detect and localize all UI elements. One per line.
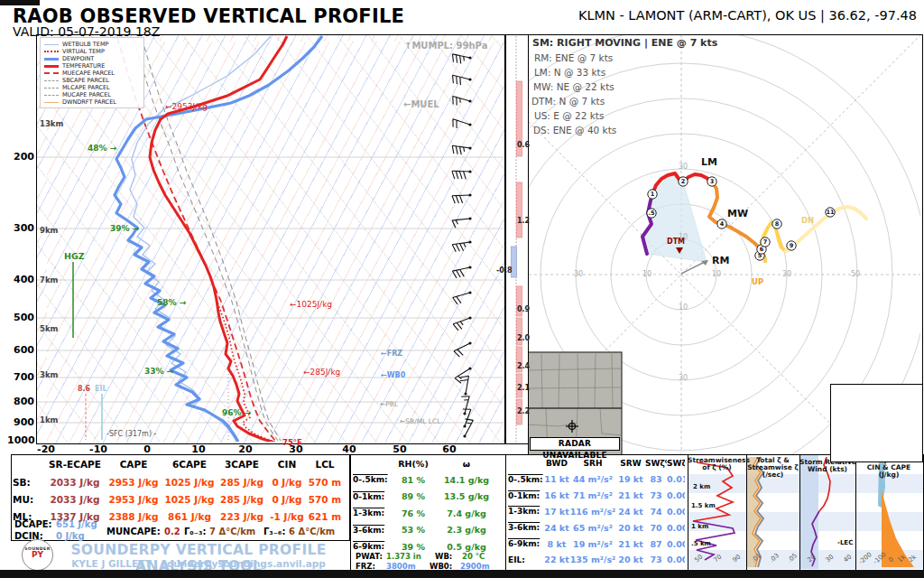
- table-row: 0-1km:89 %13.5 g/kg: [353, 489, 501, 506]
- legend-item: TEMPERATURE: [44, 62, 140, 70]
- table-row: 6-9km:8 kt19 m²/s²21 kt870.004: [508, 536, 685, 552]
- table-row: 0-1km:16 kt71 m²/s²21 kt730.008: [508, 488, 685, 504]
- table-row: 0-.5km:81 %14.1 g/kg: [353, 471, 501, 489]
- station-header: KLMN - LAMONT (ARM-CART), OK US | 36.62,…: [505, 8, 917, 23]
- table-cell: 1025 J/kg: [162, 473, 217, 490]
- table-row: 0-.5km:11 kt44 m²/s²19 kt830.011: [508, 471, 685, 488]
- table-cell: 285 J/kg: [217, 490, 267, 508]
- svg-text:11: 11: [826, 209, 835, 216]
- column-header: SWζ%: [645, 455, 667, 471]
- table-cell: 22 kt: [544, 552, 569, 568]
- svg-text:6: 6: [760, 246, 764, 253]
- rm-vector: [681, 261, 707, 274]
- streamwiseness-upper-line: [693, 462, 733, 521]
- legend-item: DWNDRFT PARCEL: [44, 98, 140, 106]
- svg-text:7: 7: [763, 238, 768, 246]
- table-cell: 0.004: [667, 504, 685, 520]
- column-header: RH(%): [394, 455, 432, 471]
- legend-label: MUECAPE PARCEL: [62, 70, 115, 77]
- legend-label: WETBULB TEMP: [62, 41, 108, 48]
- legend-label: SBCAPE PARCEL: [62, 77, 109, 84]
- sbcape-parcel-line: [134, 38, 278, 441]
- svg-text:.5: .5: [649, 210, 655, 217]
- app-window: RAOB OBSERVED VERTICAL PROFILE VALID: 05…: [0, 0, 924, 578]
- legend-item: DEWPOINT: [44, 55, 140, 62]
- table-cell: 285 J/kg: [217, 473, 267, 490]
- legend-swatch: [44, 80, 59, 81]
- table-cell: 8 kt: [544, 536, 569, 552]
- table-cell: 2.3 g/kg: [432, 522, 501, 539]
- sounderpy-logo: SOUNDER PY: [22, 539, 53, 571]
- streamwiseness-lower-line: [693, 521, 735, 560]
- table-row: SB:2033 J/kg2953 J/kg1025 J/kg285 J/kg0 …: [13, 473, 343, 490]
- table-cell: MU:: [13, 490, 45, 508]
- table-cell: 13.5 g/kg: [432, 489, 501, 506]
- table-cell: 0 J/kg: [267, 490, 307, 508]
- moisture-table: RH(%)ω0-.5km:81 %14.1 g/kg0-1km:89 %13.5…: [353, 455, 501, 555]
- dewpoint-line: [115, 36, 322, 442]
- legend-item: VIRTUAL TEMP: [44, 48, 140, 55]
- svg-text:4: 4: [720, 220, 725, 228]
- svg-text:3: 3: [710, 178, 715, 185]
- table-cell: 19 kt: [616, 471, 645, 488]
- cape-table: SR-ECAPECAPE6CAPE3CAPECINLCLSB:2033 J/kg…: [13, 455, 343, 525]
- table-cell: 11 kt: [544, 471, 569, 488]
- table-cell: 0-1km:: [508, 488, 544, 504]
- column-header: SWζ: [667, 455, 685, 471]
- table-cell: 2953 J/kg: [105, 473, 162, 490]
- legend-swatch: [44, 44, 59, 45]
- column-header: SRW: [616, 455, 645, 471]
- table-cell: 20 kt: [616, 552, 645, 568]
- legend-swatch: [44, 95, 59, 96]
- table-header-row: RH(%)ω: [353, 455, 501, 471]
- table-cell: 3-6km:: [508, 519, 544, 536]
- table-cell: 70: [645, 519, 667, 536]
- table-cell: -1 J/kg: [267, 508, 307, 525]
- table-cell: 74: [645, 504, 667, 520]
- table-cell: 65 m²/s²: [569, 519, 616, 536]
- legend-swatch: [44, 72, 59, 74]
- table-cell: SB:: [13, 473, 45, 490]
- footer-credit-link: KYLE J GILLETT | sounderpysoundings.anvi…: [58, 558, 339, 569]
- pressure-gridlines: [37, 157, 503, 423]
- table-row: MU:2033 J/kg2953 J/kg1025 J/kg285 J/kg0 …: [13, 490, 343, 508]
- omega-bars: [512, 81, 522, 424]
- table-cell: 135 m²/s²: [569, 552, 616, 568]
- table-cell: 7.4 g/kg: [432, 505, 501, 522]
- legend-swatch: [44, 88, 59, 89]
- table-cell: 2033 J/kg: [45, 490, 105, 508]
- table-cell: 81 %: [394, 471, 432, 489]
- table-cell: 2388 J/kg: [105, 508, 162, 525]
- table-cell: 116 m²/s²: [569, 504, 616, 520]
- table-cell: 570 m: [307, 490, 343, 508]
- table-cell: 861 J/kg: [162, 508, 217, 525]
- table-cell: 21 kt: [616, 488, 645, 504]
- svg-text:1: 1: [651, 191, 655, 198]
- legend-item: SBCAPE PARCEL: [44, 77, 140, 84]
- svg-text:9: 9: [790, 242, 794, 249]
- table-cell: 0.004: [667, 519, 685, 536]
- legend-item: WETBULB TEMP: [44, 41, 140, 48]
- srw-band: [800, 455, 818, 569]
- table-cell: 0-.5km:: [353, 471, 394, 489]
- table-cell: 0.006: [667, 552, 685, 568]
- table-cell: 73: [645, 488, 667, 504]
- stepwise-cape-area: [882, 489, 914, 567]
- svg-text:8: 8: [775, 220, 780, 228]
- table-cell: 53 %: [394, 522, 432, 539]
- table-cell: 2033 J/kg: [45, 473, 105, 490]
- column-header: [508, 455, 544, 471]
- legend-swatch: [44, 58, 59, 61]
- table-cell: 20 kt: [616, 519, 645, 536]
- column-header: CAPE: [105, 455, 162, 473]
- table-cell: 0.004: [667, 536, 685, 552]
- table-cell: 0 J/kg: [267, 473, 307, 490]
- table-row: EIL:22 kt135 m²/s²20 kt730.006: [508, 552, 685, 568]
- legend-label: MLCAPE PARCEL: [62, 84, 110, 91]
- table-cell: 16 kt: [544, 488, 569, 504]
- table-cell: 0.011: [667, 471, 685, 488]
- legend-item: MUECAPE PARCEL: [44, 70, 140, 77]
- table-cell: 1337 J/kg: [45, 508, 105, 525]
- table-cell: 0.5 g/kg: [432, 538, 501, 555]
- table-cell: 223 J/kg: [217, 508, 267, 525]
